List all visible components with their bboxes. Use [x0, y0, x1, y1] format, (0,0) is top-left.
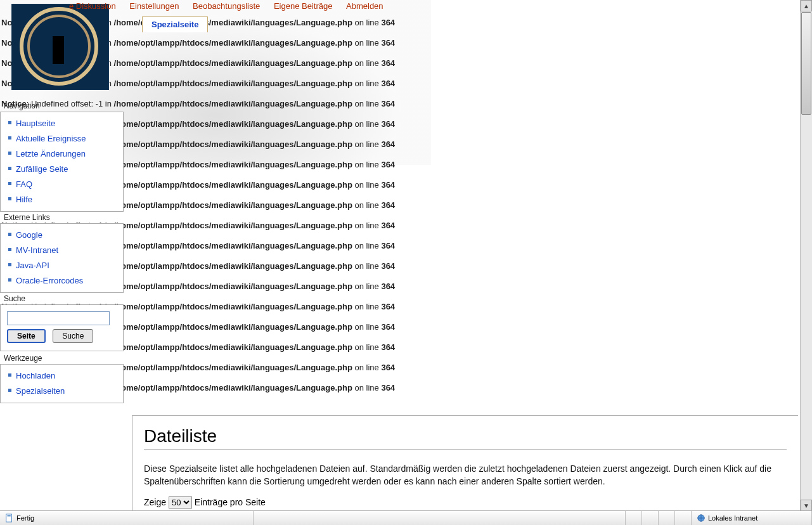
logo-figure-icon	[53, 36, 64, 64]
ext-item[interactable]: Java-API	[1, 258, 122, 273]
page-icon	[5, 514, 14, 522]
vertical-scrollbar[interactable]: ▲ ▼	[800, 0, 812, 511]
site-logo[interactable]	[11, 4, 109, 90]
go-button[interactable]: Seite	[7, 329, 46, 343]
status-slot	[642, 511, 659, 525]
intro-paragraph: Diese Spezialseite listet alle hochgelad…	[144, 462, 787, 488]
svg-rect-1	[8, 515, 11, 517]
nav-item[interactable]: Letzte Änderungen	[1, 146, 122, 162]
scroll-up-button[interactable]: ▲	[801, 0, 812, 11]
status-slot	[659, 511, 675, 525]
nav-link[interactable]: Hauptseite	[16, 119, 55, 128]
tools-link[interactable]: Spezialseiten	[16, 386, 65, 396]
nav-link[interactable]: Aktuelle Ereignisse	[16, 134, 86, 143]
tools-item[interactable]: Hochladen	[1, 368, 122, 384]
nav-item[interactable]: Aktuelle Ereignisse	[1, 131, 122, 146]
intranet-icon	[697, 514, 706, 522]
nav-item[interactable]: FAQ	[1, 177, 122, 192]
portlet-search-body: Seite Suche	[0, 304, 124, 351]
ext-item[interactable]: Google	[1, 228, 122, 243]
nav-link[interactable]: Hilfe	[16, 195, 32, 204]
title-rule	[144, 449, 787, 450]
link-watchlist[interactable]: Beobachtungsliste	[193, 1, 260, 11]
ext-link[interactable]: MV-Intranet	[16, 245, 58, 255]
ext-item[interactable]: Oracle-Errorcodes	[1, 273, 122, 288]
tab-specialpage-label[interactable]: Spezialseite	[143, 17, 207, 32]
ext-item[interactable]: MV-Intranet	[1, 243, 122, 258]
link-logout[interactable]: Abmelden	[346, 1, 383, 11]
browser-status-bar: Fertig Lokales Intranet	[0, 510, 812, 525]
portlet-navigation: Navigation HauptseiteAktuelle Ereignisse…	[0, 101, 124, 212]
status-done-text: Fertig	[16, 514, 34, 522]
link-settings[interactable]: Einstellungen	[129, 1, 179, 11]
ext-link[interactable]: Oracle-Errorcodes	[16, 276, 83, 285]
page-viewport: Notice: Undefined offset: -1 in /home/op…	[0, 0, 801, 511]
ext-link[interactable]: Java-API	[16, 261, 49, 270]
portlet-tools: Werkzeuge HochladenSpezialseiten	[0, 354, 124, 403]
scroll-thumb[interactable]	[801, 12, 811, 115]
link-contributions[interactable]: Eigene Beiträge	[274, 1, 333, 11]
status-done-cell: Fertig	[0, 511, 254, 525]
portlet-external-body: GoogleMV-IntranetJava-APIOracle-Errorcod…	[0, 223, 124, 293]
portlet-external: Externe Links GoogleMV-IntranetJava-APIO…	[0, 213, 124, 293]
go-button-label: Seite	[17, 332, 35, 340]
tools-item[interactable]: Spezialseiten	[1, 384, 122, 399]
nav-item[interactable]: Hauptseite	[1, 116, 122, 131]
portlet-navigation-title: Navigation	[4, 101, 124, 110]
tab-specialpage[interactable]: Spezialseite	[142, 16, 208, 32]
scroll-down-button[interactable]: ▼	[801, 500, 812, 511]
personal-links: e Diskussion Einstellungen Beobachtungsl…	[63, 1, 389, 11]
status-slot	[626, 511, 642, 525]
nav-link[interactable]: Letzte Änderungen	[16, 149, 86, 159]
main-content: Dateiliste Diese Spezialseite listet all…	[132, 415, 798, 511]
search-button[interactable]: Suche	[53, 329, 93, 343]
ext-link[interactable]: Google	[16, 230, 42, 240]
nav-link[interactable]: FAQ	[16, 179, 32, 189]
portlet-tools-title: Werkzeuge	[4, 354, 124, 363]
tools-link[interactable]: Hochladen	[16, 371, 55, 380]
portlet-external-title: Externe Links	[4, 213, 124, 222]
page-title: Dateiliste	[144, 426, 787, 446]
nav-link[interactable]: Zufällige Seite	[16, 164, 68, 174]
portlet-tools-body: HochladenSpezialseiten	[0, 364, 124, 403]
status-spacer	[254, 511, 626, 525]
per-page-row: Zeige 50 Einträge pro Seite	[144, 496, 787, 509]
per-page-label: Einträge pro Seite	[195, 497, 266, 507]
show-label: Zeige	[144, 497, 166, 507]
portlet-search: Suche Seite Suche	[0, 294, 124, 351]
status-zone-text: Lokales Intranet	[708, 514, 757, 522]
status-slot	[675, 511, 692, 525]
status-zone-cell: Lokales Intranet	[692, 511, 812, 525]
link-discussion[interactable]: e Diskussion	[69, 1, 116, 11]
per-page-select[interactable]: 50	[169, 496, 192, 509]
portlet-navigation-body: HauptseiteAktuelle EreignisseLetzte Ände…	[0, 112, 124, 212]
nav-item[interactable]: Zufällige Seite	[1, 162, 122, 177]
portlet-search-title: Suche	[4, 294, 124, 303]
nav-item[interactable]: Hilfe	[1, 192, 122, 207]
search-input[interactable]	[7, 311, 110, 325]
